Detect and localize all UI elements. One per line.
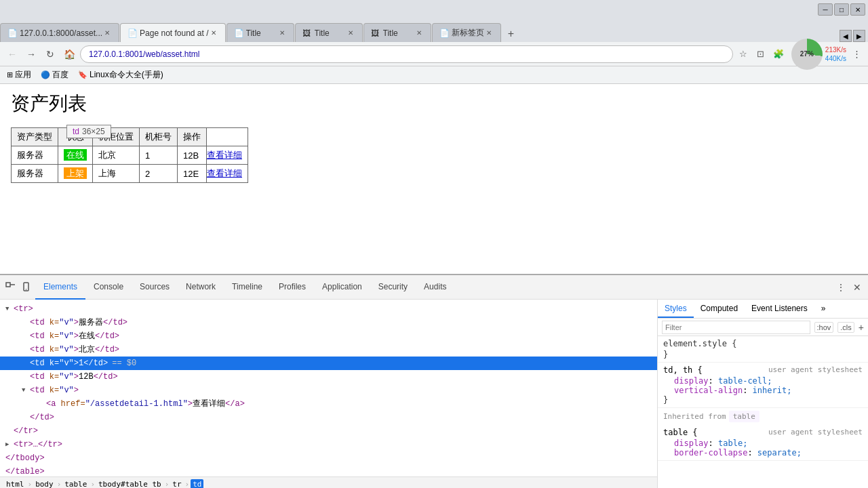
tree-line-tbody-close[interactable]: </tbody> bbox=[0, 451, 657, 465]
inherited-from-text: Inherited from bbox=[663, 412, 726, 421]
tab-nav-right[interactable]: ▶ bbox=[853, 30, 865, 42]
styles-tab-event-listeners[interactable]: Event Listeners bbox=[745, 300, 814, 318]
style-selector-td: td, th { bbox=[663, 365, 703, 375]
tree-line-td6c[interactable]: </td> bbox=[0, 411, 657, 424]
tab-audits[interactable]: Audits bbox=[416, 275, 454, 300]
browser-tab-5[interactable]: 🖼 Title ✕ bbox=[363, 23, 431, 42]
cell-type-1: 服务器 bbox=[12, 146, 58, 165]
tree-line-tr2[interactable]: ▶ <tr>…</tr> bbox=[0, 438, 657, 451]
collapse-arrow-td6[interactable]: ▼ bbox=[22, 384, 30, 397]
tree-line-td6[interactable]: ▼ <td k="v" > bbox=[0, 384, 657, 397]
styles-filter-input[interactable] bbox=[662, 321, 810, 334]
cell-action-2: 查看详细 bbox=[207, 165, 248, 183]
style-prop-valign: vertical-align : inherit; bbox=[663, 386, 863, 395]
devtools-tabs: Elements Console Sources Network Timelin… bbox=[0, 275, 868, 300]
reload-button[interactable]: ↻ bbox=[42, 46, 58, 62]
element-picker-icon[interactable] bbox=[3, 279, 19, 296]
styles-tab-styles[interactable]: Styles bbox=[658, 300, 694, 318]
tab-close-1[interactable]: ✕ bbox=[102, 28, 112, 38]
tree-line-td3[interactable]: <td k="v" > 北京 </td> bbox=[0, 343, 657, 357]
devtools-elements-panel: ▼ <tr> <td k="v" > 服务器 </td> <td k bbox=[0, 300, 658, 488]
tree-line-table-close[interactable]: </table> bbox=[0, 465, 657, 476]
tab-close-6[interactable]: ✕ bbox=[484, 28, 494, 38]
maximize-button[interactable]: □ bbox=[834, 3, 849, 16]
bookmark-baidu[interactable]: 🔵 百度 bbox=[38, 68, 71, 82]
tree-line-tr1c[interactable]: </tr> bbox=[0, 424, 657, 438]
style-source-table-ua: user agent stylesheet bbox=[768, 428, 863, 439]
bookmark-linux[interactable]: 🔖 Linux命令大全(手册) bbox=[75, 68, 166, 82]
bookmark-baidu-label: 百度 bbox=[52, 69, 68, 81]
browser-tab-6[interactable]: 📄 新标签页 ✕ bbox=[432, 23, 501, 42]
tab-title-1: 127.0.0.1:8000/asset... bbox=[20, 28, 102, 38]
tab-console[interactable]: Console bbox=[85, 275, 132, 300]
breadcrumb-td[interactable]: td bbox=[191, 479, 203, 488]
cell-rack-1: 1 bbox=[140, 146, 178, 165]
td-tooltip: td 36×25 bbox=[66, 125, 111, 138]
breadcrumb-body[interactable]: body bbox=[33, 479, 56, 488]
tree-line-td4[interactable]: <td k="v" > 1 </td> == $0 bbox=[0, 357, 657, 370]
browser-tab-2[interactable]: 📄 Page not found at / ✕ bbox=[120, 23, 225, 42]
collapse-arrow-tr1[interactable]: ▼ bbox=[5, 302, 14, 316]
tab-title-4: Title bbox=[315, 28, 346, 38]
detail-link-2[interactable]: 查看详细 bbox=[207, 168, 242, 178]
tab-network[interactable]: Network bbox=[178, 275, 224, 300]
tree-line-td1[interactable]: <td k="v" > 服务器 </td> bbox=[0, 316, 657, 329]
address-input[interactable] bbox=[80, 45, 733, 63]
forward-button[interactable]: → bbox=[23, 46, 39, 62]
detail-link-1[interactable]: 查看详细 bbox=[207, 150, 242, 160]
new-tab-button[interactable]: + bbox=[503, 26, 519, 42]
cell-action-1: 查看详细 bbox=[207, 146, 248, 165]
devtools-more-icon[interactable]: ⋮ bbox=[833, 279, 849, 296]
tree-line-td2[interactable]: <td k="v" > 在线 </td> bbox=[0, 329, 657, 343]
tab-close-2[interactable]: ✕ bbox=[209, 28, 218, 38]
browser-tab-4[interactable]: 🖼 Title ✕ bbox=[295, 23, 363, 42]
menu-icon[interactable]: ⋮ bbox=[849, 47, 864, 62]
devtools-close-icon[interactable]: ✕ bbox=[849, 279, 865, 296]
browser-tab-3[interactable]: 📄 Title ✕ bbox=[226, 23, 294, 42]
tree-attr-val-1: "v" bbox=[59, 316, 74, 329]
tab-close-4[interactable]: ✕ bbox=[346, 28, 355, 38]
back-button[interactable]: ← bbox=[4, 46, 20, 62]
style-source-ua: user agent stylesheet bbox=[768, 365, 863, 376]
class-button[interactable]: .cls bbox=[837, 322, 854, 333]
tab-favicon-4: 🖼 bbox=[302, 28, 312, 38]
tab-close-3[interactable]: ✕ bbox=[277, 28, 287, 38]
cast-icon[interactable]: ⊡ bbox=[753, 47, 768, 62]
breadcrumb-html[interactable]: html bbox=[4, 479, 26, 488]
cell-status-2: 上架 bbox=[58, 165, 93, 183]
tab-close-5[interactable]: ✕ bbox=[414, 28, 424, 38]
pseudo-class-button[interactable]: :hov bbox=[814, 322, 834, 333]
device-mode-icon[interactable] bbox=[19, 279, 35, 296]
tab-sources[interactable]: Sources bbox=[132, 275, 178, 300]
tab-favicon-3: 📄 bbox=[234, 28, 243, 38]
address-right-icons: ☆ ⊡ 🧩 bbox=[736, 47, 786, 62]
breadcrumb-tbody[interactable]: tbody#table_tb bbox=[96, 479, 163, 488]
cell-status-1: 在线 bbox=[58, 146, 93, 165]
tab-elements[interactable]: Elements bbox=[35, 275, 85, 300]
bookmark-star-icon[interactable]: ☆ bbox=[736, 47, 751, 62]
browser-tab-1[interactable]: 📄 127.0.0.1:8000/asset... ✕ bbox=[0, 23, 119, 42]
tab-title-3: Title bbox=[246, 28, 277, 38]
home-button[interactable]: 🏠 bbox=[61, 46, 77, 62]
collapse-arrow-tr2[interactable]: ▶ bbox=[5, 438, 14, 451]
extensions-icon[interactable]: 🧩 bbox=[771, 47, 786, 62]
tree-line-td5[interactable]: <td k="v" > 12B </td> bbox=[0, 370, 657, 384]
tab-profiles[interactable]: Profiles bbox=[271, 275, 314, 300]
tab-security[interactable]: Security bbox=[370, 275, 416, 300]
tab-application[interactable]: Application bbox=[314, 275, 370, 300]
bookmark-apps[interactable]: ⊞ 应用 bbox=[4, 68, 34, 82]
tree-line-a1[interactable]: <a href="/assetdetail-1.html" > 查看详细 </a… bbox=[0, 397, 657, 411]
add-style-button[interactable]: + bbox=[859, 322, 864, 333]
close-button[interactable]: ✕ bbox=[850, 3, 865, 16]
styles-content: element.style { } td, th { user agent st… bbox=[658, 336, 868, 488]
styles-tab-more[interactable]: » bbox=[814, 300, 833, 318]
breadcrumb-tr[interactable]: tr bbox=[170, 479, 183, 488]
tree-line-tr1[interactable]: ▼ <tr> bbox=[0, 302, 657, 316]
breadcrumb-table[interactable]: table bbox=[62, 479, 89, 488]
tree-tag-td1: <td bbox=[30, 316, 45, 329]
cell-rack-2: 2 bbox=[140, 165, 178, 183]
bookmark-linux-label: Linux命令大全(手册) bbox=[90, 69, 163, 81]
styles-tab-computed[interactable]: Computed bbox=[694, 300, 745, 318]
minimize-button[interactable]: ─ bbox=[818, 3, 833, 16]
tab-timeline[interactable]: Timeline bbox=[224, 275, 271, 300]
